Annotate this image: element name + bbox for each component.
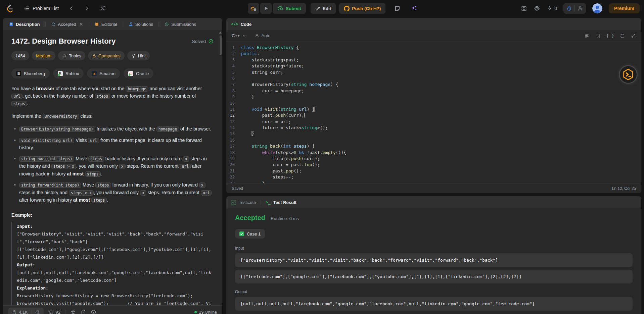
company-chip-oracle[interactable]: Oracle xyxy=(124,68,153,78)
code-line[interactable]: 5 string curr; xyxy=(226,69,641,75)
language-selector[interactable]: C++ xyxy=(232,33,246,38)
company-chip-roblox[interactable]: R Roblox xyxy=(53,68,84,78)
code-line[interactable]: 22 steps--; xyxy=(226,174,641,180)
random-problem-icon[interactable] xyxy=(100,5,106,11)
code-line[interactable]: 21 past.pop(); xyxy=(226,168,641,174)
run-button[interactable] xyxy=(260,3,272,14)
pencil-icon xyxy=(315,6,320,11)
thumbs-up-icon[interactable]: 4.1K xyxy=(11,310,28,314)
code-line[interactable]: 23 } xyxy=(226,180,641,183)
share-icon[interactable] xyxy=(81,310,86,314)
hint-button[interactable]: Hint xyxy=(127,51,150,60)
description-scrollbar[interactable] xyxy=(220,36,222,55)
timer-icon[interactable] xyxy=(563,5,574,11)
user-avatar[interactable] xyxy=(592,3,602,13)
case-1-chip[interactable]: Case 1 xyxy=(235,229,265,239)
lightbulb-icon xyxy=(131,53,136,58)
notes-button[interactable] xyxy=(392,3,403,14)
code-line[interactable]: 2public: xyxy=(226,51,641,57)
code-line[interactable]: 11 void visit(string url) { xyxy=(226,106,641,112)
code-line[interactable]: 18 while(steps>0 && !past.empty()){ xyxy=(226,150,641,156)
ai-sparkles-button[interactable] xyxy=(408,3,420,14)
fullscreen-icon[interactable] xyxy=(631,33,636,38)
submit-button[interactable]: Submit xyxy=(273,3,306,14)
topics-button[interactable]: Topics xyxy=(58,51,85,60)
tab-solutions[interactable]: Solutions xyxy=(127,18,154,30)
amazon-icon: a xyxy=(92,71,97,76)
comments-button[interactable]: 92 xyxy=(48,310,60,314)
bullet-constructor: BrowserHistory(string homepage) Initiali… xyxy=(13,125,214,133)
companies-button[interactable]: Companies xyxy=(88,51,125,60)
company-chip-bloomberg[interactable]: B Bloomberg xyxy=(11,68,50,78)
code-line[interactable]: 12 past.push(curr); xyxy=(226,112,641,118)
code-line[interactable]: 13 curr = url; xyxy=(226,119,641,125)
format-code-icon[interactable] xyxy=(585,33,590,39)
bookmark-icon[interactable] xyxy=(596,33,601,38)
thumbs-down-icon[interactable] xyxy=(35,310,40,314)
snippets-braces-icon[interactable]: { } xyxy=(606,33,614,38)
streak-counter[interactable]: 0 xyxy=(547,6,557,11)
tab-accepted[interactable]: Accepted xyxy=(50,18,85,30)
settings-gear-icon[interactable] xyxy=(534,5,540,12)
scrollbar-up-arrow[interactable] xyxy=(219,32,222,34)
flask-icon xyxy=(128,22,133,27)
input-field-args[interactable]: [["leetcode.com"],["google.com"],["faceb… xyxy=(235,270,633,283)
debug-button[interactable] xyxy=(248,3,259,14)
list-id-badge[interactable]: 1454 xyxy=(11,51,29,60)
code-editor[interactable]: 1class BrowserHistory {2public:3 stack<s… xyxy=(226,42,641,183)
history-clock-icon xyxy=(164,22,169,27)
prev-problem-button[interactable] xyxy=(69,6,74,11)
tab-code[interactable]: </> Code xyxy=(231,22,251,27)
badge-row: 1454 Medium Topics Companies Hint xyxy=(11,51,214,60)
tab-testcase[interactable]: Testcase xyxy=(231,200,256,205)
push-button[interactable]: Push (Ctrl+P) xyxy=(339,3,385,14)
tab-editorial[interactable]: Editorial xyxy=(93,18,119,30)
editor-status-bar: Saved Ln 12, Col 25 xyxy=(226,183,641,193)
lock-icon xyxy=(255,34,259,38)
check-square-icon xyxy=(239,231,244,236)
code-panel: </> Code C++ Auto { } xyxy=(226,18,641,193)
example-line: [null,null,null,null,"facebook.com","goo… xyxy=(17,269,214,284)
code-line[interactable]: 4 stack<string>future; xyxy=(226,63,641,69)
code-line[interactable]: 10 xyxy=(226,100,641,106)
code-line[interactable]: 3 stack<string>past; xyxy=(226,57,641,63)
auto-save-toggle[interactable]: Auto xyxy=(255,33,271,38)
code-line[interactable]: 1class BrowserHistory { xyxy=(226,45,641,51)
result-runtime: Runtime: 0 ms xyxy=(271,216,299,221)
premium-button[interactable]: Premium xyxy=(609,3,640,13)
edit-label: Edit xyxy=(323,6,331,11)
problem-list-button[interactable]: Problem List xyxy=(24,5,59,11)
code-line[interactable]: 20 curr = past.top(); xyxy=(226,162,641,168)
tag-icon xyxy=(62,53,67,58)
invite-person-add-icon[interactable] xyxy=(575,5,586,11)
company-chip-amazon[interactable]: a Amazon xyxy=(87,68,120,78)
layout-grid-icon[interactable] xyxy=(521,5,527,12)
code-line[interactable]: 17 string back(int steps) { xyxy=(226,143,641,149)
problem-list-icon xyxy=(24,5,30,11)
tab-description[interactable]: Description xyxy=(7,18,41,30)
input-field-commands[interactable]: ["BrowserHistory","visit","visit","visit… xyxy=(235,253,633,267)
flame-icon xyxy=(547,6,552,11)
code-line[interactable]: 16 xyxy=(226,137,641,143)
leetcode-logo-icon[interactable] xyxy=(5,4,14,13)
tab-submissions[interactable]: Submissions xyxy=(163,18,197,30)
help-icon[interactable] xyxy=(91,309,96,314)
code-line[interactable]: 7 BrowserHistory(string homepage) { xyxy=(226,82,641,88)
code-line[interactable]: 19 future.push(curr); xyxy=(226,156,641,162)
code-line[interactable]: 6 xyxy=(226,75,641,82)
reset-code-icon[interactable] xyxy=(620,33,625,39)
code-line[interactable]: 9 } xyxy=(226,94,641,100)
star-icon[interactable] xyxy=(70,309,76,314)
floating-terminal-button[interactable] xyxy=(620,66,637,83)
edit-button[interactable]: Edit xyxy=(311,3,336,14)
code-line[interactable]: 8 curr = homepage; xyxy=(226,88,641,94)
navbar: Problem List xyxy=(0,0,644,17)
close-tab-icon[interactable] xyxy=(79,22,83,27)
code-line[interactable]: 14 future = stack<string>(); xyxy=(226,125,641,131)
output-field[interactable]: [null,null,null,null,"facebook.com","goo… xyxy=(235,297,633,311)
difficulty-badge[interactable]: Medium xyxy=(32,51,55,60)
problem-list-label: Problem List xyxy=(33,6,59,11)
code-line[interactable]: 15 } xyxy=(226,131,641,137)
tab-test-result[interactable]: >_ Test Result xyxy=(266,200,296,205)
next-problem-button[interactable] xyxy=(84,6,90,11)
